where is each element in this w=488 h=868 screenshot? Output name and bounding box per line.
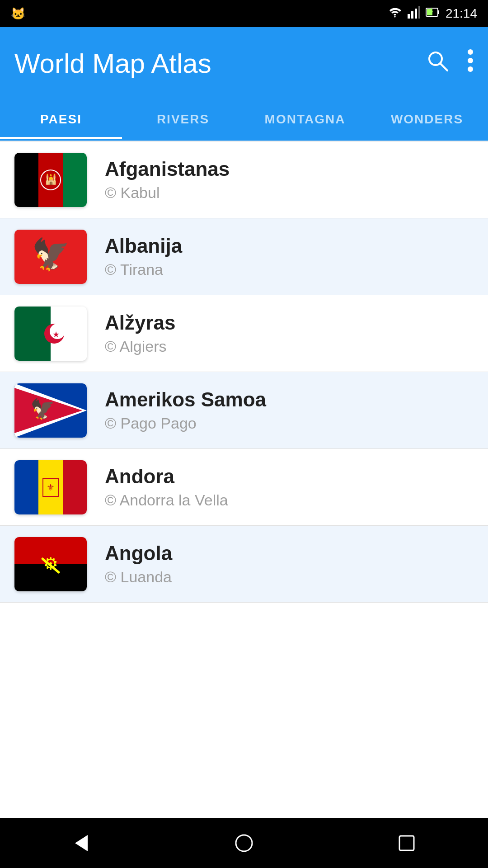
- country-name: Angola: [105, 542, 172, 565]
- svg-rect-1: [411, 11, 413, 19]
- country-name: Alžyras: [105, 311, 176, 334]
- flag-angola: ⚙: [14, 537, 87, 591]
- svg-text:🕌: 🕌: [45, 173, 57, 185]
- home-button[interactable]: [226, 825, 262, 861]
- country-capital: © Luanda: [105, 568, 172, 586]
- country-capital: © Pago Pago: [105, 415, 266, 432]
- country-name: Albanija: [105, 235, 182, 257]
- more-options-icon[interactable]: [467, 49, 474, 78]
- country-list: 🕌 Afganistanas © Kabul 🦅 Albanija © Tira…: [0, 142, 488, 818]
- search-icon[interactable]: [426, 49, 449, 78]
- country-info: Andora © Andorra la Vella: [105, 465, 228, 509]
- svg-marker-40: [75, 835, 88, 851]
- tab-montagna[interactable]: MONTAGNA: [244, 99, 366, 139]
- country-info: Afganistanas © Kabul: [105, 158, 230, 202]
- country-info: Amerikos Samoa © Pago Pago: [105, 388, 266, 432]
- svg-rect-0: [408, 14, 410, 19]
- app-bar-actions: [426, 49, 474, 78]
- flag-algeria: ★: [14, 307, 87, 361]
- svg-point-41: [236, 835, 252, 851]
- svg-rect-3: [418, 6, 420, 19]
- svg-rect-17: [63, 153, 87, 207]
- tab-rivers[interactable]: RIVERS: [122, 99, 244, 139]
- app-bar: World Map Atlas: [0, 27, 488, 99]
- country-info: Alžyras © Algiers: [105, 311, 176, 355]
- country-info: Angola © Luanda: [105, 542, 172, 586]
- country-capital: © Andorra la Vella: [105, 491, 228, 509]
- svg-line-11: [440, 63, 447, 71]
- wifi-icon: [388, 6, 402, 22]
- tabs-bar: PAESI RIVERS MONTAGNA WONDERS: [0, 99, 488, 141]
- svg-rect-33: [63, 460, 87, 514]
- country-capital: © Tirana: [105, 261, 182, 278]
- tab-paesi[interactable]: PAESI: [0, 99, 122, 139]
- list-item[interactable]: ⚙ Angola © Luanda: [0, 526, 488, 603]
- country-info: Albanija © Tirana: [105, 235, 182, 278]
- app-title: World Map Atlas: [14, 48, 211, 79]
- back-button[interactable]: [63, 825, 99, 861]
- notification-icon: 🐱: [11, 7, 25, 21]
- list-item[interactable]: 🦅 Amerikos Samoa © Pago Pago: [0, 372, 488, 449]
- list-item[interactable]: 🦅 Albanija © Tirana: [0, 218, 488, 295]
- tab-wonders[interactable]: WONDERS: [366, 99, 488, 139]
- signal-icon: [408, 6, 420, 22]
- country-capital: © Algiers: [105, 338, 176, 355]
- svg-text:★: ★: [52, 330, 60, 339]
- flag-afghanistan: 🕌: [14, 153, 87, 207]
- flag-andorra: ⚜: [14, 460, 87, 514]
- status-bar-left: 🐱: [11, 7, 25, 21]
- list-item[interactable]: 🕌 Afganistanas © Kabul: [0, 142, 488, 218]
- svg-rect-2: [415, 9, 417, 19]
- svg-point-13: [468, 58, 473, 63]
- svg-point-12: [468, 49, 473, 55]
- status-bar: 🐱 21:14: [0, 0, 488, 27]
- battery-icon: [426, 6, 440, 22]
- recent-button[interactable]: [389, 825, 425, 861]
- svg-text:🦅: 🦅: [30, 397, 55, 421]
- svg-rect-31: [14, 460, 38, 514]
- list-item[interactable]: ★ Alžyras © Algiers: [0, 295, 488, 372]
- svg-text:⚜: ⚜: [47, 482, 55, 492]
- svg-rect-5: [438, 10, 439, 14]
- svg-text:🦅: 🦅: [32, 236, 70, 273]
- svg-rect-15: [14, 153, 38, 207]
- country-name: Afganistanas: [105, 158, 230, 180]
- status-time: 21:14: [446, 6, 477, 21]
- svg-rect-42: [399, 836, 414, 850]
- country-capital: © Kabul: [105, 184, 230, 202]
- country-name: Amerikos Samoa: [105, 388, 266, 411]
- list-item[interactable]: ⚜ Andora © Andorra la Vella: [0, 449, 488, 526]
- flag-american-samoa: 🦅: [14, 383, 87, 438]
- country-name: Andora: [105, 465, 228, 488]
- status-bar-right: 21:14: [388, 6, 477, 22]
- bottom-nav: [0, 818, 488, 868]
- flag-albania: 🦅: [14, 230, 87, 284]
- svg-point-14: [468, 66, 473, 72]
